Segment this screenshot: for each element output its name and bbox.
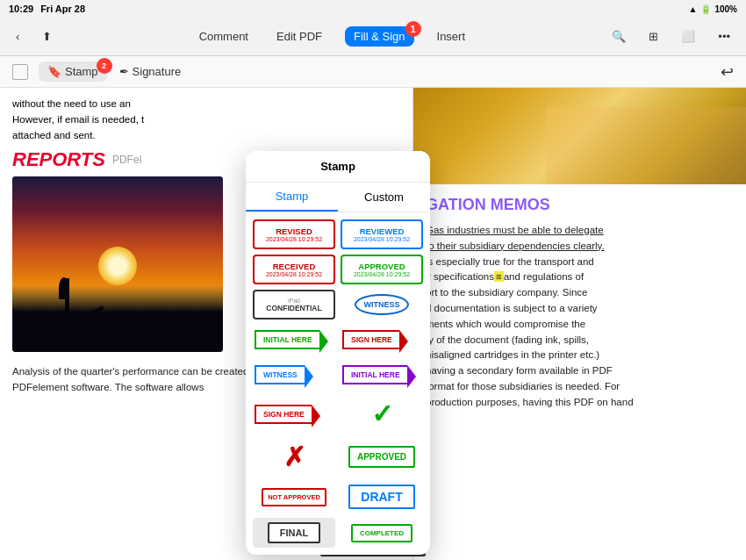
stamp-item-approved-date[interactable]: APPROVED 2023/04/28 10:29:52 bbox=[341, 255, 423, 284]
initial-here-purple-label: INITIAL HERE bbox=[342, 365, 407, 384]
stamp-item-approved-box[interactable]: APPROVED bbox=[341, 438, 423, 476]
stamp-grid: REVISED 2023/04/28 10:29:52 REVIEWED 202… bbox=[246, 212, 430, 555]
stamp-item-initial-here-green[interactable]: INITIAL HERE bbox=[253, 325, 335, 355]
right-doc-text: GATION MEMOS Gas industries must be able… bbox=[413, 184, 746, 420]
checkmark-symbol: ✓ bbox=[371, 398, 393, 429]
ipad-label: iPad bbox=[288, 298, 300, 304]
insert-label: Insert bbox=[437, 30, 466, 43]
wifi-icon: ▲ bbox=[689, 4, 698, 14]
screen-icon: ⬜ bbox=[681, 30, 695, 43]
share-icon: ⬆ bbox=[42, 30, 52, 43]
stamp-item-witness-arrow[interactable]: WITNESS bbox=[253, 360, 335, 390]
stamp-item-witness-oval[interactable]: WITNESS bbox=[341, 290, 423, 319]
edit-pdf-label: Edit PDF bbox=[276, 30, 322, 43]
crossmark-symbol: ✗ bbox=[283, 442, 305, 472]
status-time: 10:29 bbox=[9, 4, 33, 14]
stamp-tabs: Stamp Custom bbox=[246, 183, 430, 212]
status-bar: 10:29 Fri Apr 28 ▲ 🔋 100% bbox=[0, 0, 746, 18]
stamp-item-final[interactable]: FINAL bbox=[253, 518, 335, 548]
left-paragraph-1: without the need to use an bbox=[12, 97, 400, 112]
left-paragraph-3: attached and sent. bbox=[12, 128, 400, 144]
completed-label: COMPLETED bbox=[351, 524, 412, 542]
signature-label: Signature bbox=[133, 65, 182, 78]
received-label: RECEIVED bbox=[273, 262, 316, 271]
right-heading: GATION MEMOS bbox=[426, 193, 734, 218]
left-paragraph-2: However, if email is needed, t bbox=[12, 112, 400, 128]
search-icon: 🔍 bbox=[612, 30, 626, 43]
witness-oval-label: WITNESS bbox=[355, 294, 408, 315]
stamp-item-crossmark[interactable]: ✗ bbox=[253, 438, 335, 476]
left-doc-top-text: without the need to use an However, if e… bbox=[0, 88, 412, 143]
ellipsis-icon: ••• bbox=[718, 30, 730, 43]
reviewed-label: REVIEWED bbox=[360, 226, 405, 236]
stamp-tab-stamp[interactable]: Stamp bbox=[246, 183, 338, 212]
selection-tool[interactable] bbox=[12, 64, 28, 80]
stamp-label: Stamp bbox=[65, 65, 98, 78]
fill-sign-button[interactable]: Fill & Sign bbox=[345, 26, 414, 47]
battery-icon: 🔋 bbox=[700, 4, 711, 14]
pdf-element-text: PDFel bbox=[112, 154, 141, 166]
right-top-image bbox=[413, 88, 746, 184]
sub-toolbar: 🔖 Stamp 2 ✒ Signature ↩ bbox=[0, 56, 746, 88]
back-button[interactable]: ‹ bbox=[11, 26, 25, 47]
approved-box-label: APPROVED bbox=[348, 446, 415, 468]
approved-date: 2023/04/28 10:29:52 bbox=[354, 271, 410, 277]
stamp-icon: 🔖 bbox=[47, 65, 61, 78]
status-day: Fri Apr 28 bbox=[40, 4, 85, 14]
final-label: FINAL bbox=[268, 522, 320, 543]
pen-icon: ✒ bbox=[119, 65, 129, 78]
reports-heading: REPORTS bbox=[12, 148, 105, 171]
sign-here-red-label: SIGN HERE bbox=[342, 330, 399, 349]
more-button[interactable]: ••• bbox=[713, 26, 735, 47]
fill-sign-label: Fill & Sign bbox=[354, 30, 405, 43]
share-button[interactable]: ⬆ bbox=[37, 26, 57, 47]
comment-label: Comment bbox=[199, 30, 248, 43]
stamp-item-initial-here-purple[interactable]: INITIAL HERE bbox=[341, 360, 423, 390]
main-content: without the need to use an However, if e… bbox=[0, 88, 746, 560]
stamp-item-sign-here-red[interactable]: SIGN HERE bbox=[341, 325, 423, 355]
confidential-label: CONFIDENTIAL bbox=[266, 304, 321, 312]
screen-button[interactable]: ⬜ bbox=[676, 26, 700, 47]
main-toolbar: ‹ ⬆ Comment Edit PDF Fill & Sign 1 Inser… bbox=[0, 18, 746, 56]
reviewed-date: 2023/04/28 10:29:52 bbox=[354, 236, 410, 242]
received-date: 2023/04/28 10:29:52 bbox=[266, 271, 322, 277]
stamp-item-completed[interactable]: COMPLETED bbox=[341, 518, 423, 548]
search-button[interactable]: 🔍 bbox=[606, 26, 631, 47]
grid-icon: ⊞ bbox=[649, 30, 658, 43]
revised-date: 2023/04/28 10:29:52 bbox=[266, 236, 322, 242]
not-approved-label: NOT APPROVED bbox=[262, 488, 326, 506]
revised-label: REVISED bbox=[276, 226, 312, 236]
initial-here-green-label: INITIAL HERE bbox=[255, 330, 319, 349]
comment-button[interactable]: Comment bbox=[194, 26, 254, 47]
fill-sign-badge: 1 bbox=[405, 21, 421, 37]
stamp-popup: Stamp Stamp Custom REVISED 2023/04/28 10… bbox=[246, 151, 430, 555]
stamp-item-revised[interactable]: REVISED 2023/04/28 10:29:52 bbox=[253, 219, 335, 249]
battery-level: 100% bbox=[714, 4, 737, 14]
grid-button[interactable]: ⊞ bbox=[643, 26, 664, 47]
stamp-item-checkmark[interactable]: ✓ bbox=[341, 395, 423, 433]
witness-arrow-label: WITNESS bbox=[255, 365, 305, 384]
signature-button[interactable]: ✒ Signature bbox=[111, 61, 190, 82]
stamp-tab-custom[interactable]: Custom bbox=[338, 183, 430, 212]
stamp-item-confidential[interactable]: iPad CONFIDENTIAL bbox=[253, 290, 335, 319]
sign-here-2-label: SIGN HERE bbox=[255, 405, 312, 424]
chevron-left-icon: ‹ bbox=[16, 30, 19, 43]
stamp-item-received[interactable]: RECEIVED 2023/04/28 10:29:52 bbox=[253, 255, 335, 284]
right-paragraph: Gas industries must be able to delegatet… bbox=[426, 223, 734, 411]
edit-pdf-button[interactable]: Edit PDF bbox=[271, 26, 327, 47]
stamp-item-sign-here-2[interactable]: SIGN HERE bbox=[253, 395, 335, 433]
stamp-item-reviewed[interactable]: REVIEWED 2023/04/28 10:29:52 bbox=[341, 219, 423, 249]
stamp-popup-title: Stamp bbox=[246, 151, 430, 183]
insert-button[interactable]: Insert bbox=[432, 26, 471, 47]
undo-button[interactable]: ↩ bbox=[721, 62, 734, 82]
stamp-item-draft[interactable]: DRAFT bbox=[341, 481, 423, 513]
approved-date-label: APPROVED bbox=[358, 262, 405, 271]
stamp-item-not-approved[interactable]: NOT APPROVED bbox=[253, 481, 335, 513]
draft-label: DRAFT bbox=[348, 485, 414, 509]
sunset-image bbox=[12, 176, 223, 352]
right-document: GATION MEMOS Gas industries must be able… bbox=[412, 88, 746, 560]
undo-icon: ↩ bbox=[721, 63, 734, 81]
stamp-badge: 2 bbox=[97, 58, 112, 74]
